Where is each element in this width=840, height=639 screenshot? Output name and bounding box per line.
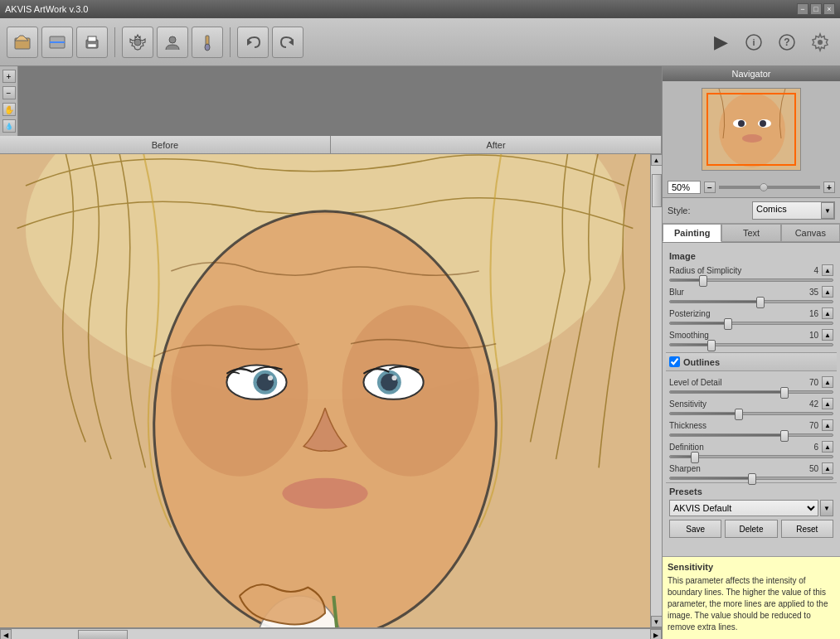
sharpen-label: Sharpen: [669, 464, 795, 473]
h-scroll-track[interactable]: [12, 629, 650, 639]
canvas-content: ▲ ▼: [0, 154, 662, 627]
scroll-up-arrow[interactable]: ▲: [651, 154, 663, 166]
settings-button[interactable]: [122, 27, 153, 58]
image-panel[interactable]: [0, 154, 650, 627]
zoom-plus-button[interactable]: +: [823, 182, 835, 193]
right-panel: Navigator: [662, 66, 840, 639]
sensitivity-slider-row: [666, 411, 837, 418]
info-text: This parameter affects the intensity of …: [668, 575, 835, 633]
undo-button[interactable]: [237, 27, 269, 58]
vertical-scrollbar[interactable]: ▲ ▼: [650, 154, 662, 627]
user-button[interactable]: [157, 27, 188, 58]
presets-actions: Save Delete Reset: [669, 520, 833, 538]
titlebar: AKVIS ArtWork v.3.0 − □ ×: [0, 0, 840, 18]
scroll-down-arrow[interactable]: ▼: [651, 616, 663, 627]
save-preset-button[interactable]: Save: [669, 520, 721, 538]
level-detail-row: Level of Detail 70 ▲: [666, 375, 837, 390]
artwork-display: [0, 154, 650, 627]
open-button[interactable]: [7, 27, 38, 58]
posterizing-slider-track[interactable]: [669, 322, 833, 325]
after-panel-tab[interactable]: After: [331, 136, 662, 153]
smoothing-param-row: Smoothing 10 ▲: [666, 327, 837, 342]
smoothing-slider-track[interactable]: [669, 343, 833, 346]
zoom-out-tool[interactable]: −: [2, 86, 16, 99]
scroll-right-arrow[interactable]: ▶: [650, 629, 662, 639]
definition-slider[interactable]: [669, 455, 833, 458]
eyedrop-tool[interactable]: 💧: [2, 119, 16, 133]
radius-slider-row: [666, 278, 837, 284]
smoothing-value: 10: [799, 331, 818, 340]
tab-painting[interactable]: Painting: [663, 224, 721, 242]
svg-point-17: [818, 40, 823, 45]
delete-preset-button[interactable]: Delete: [725, 520, 777, 538]
smoothing-stepper[interactable]: ▲: [822, 329, 833, 341]
canvas-area: + − ✋ 💧 Before After: [0, 66, 662, 639]
posterizing-stepper[interactable]: ▲: [822, 307, 833, 319]
tab-canvas[interactable]: Canvas: [781, 224, 840, 242]
play-button[interactable]: ▶: [707, 29, 734, 56]
main-area: + − ✋ 💧 Before After: [0, 66, 840, 639]
definition-stepper[interactable]: ▲: [822, 441, 833, 453]
thickness-stepper[interactable]: ▲: [822, 419, 833, 431]
sharpen-slider[interactable]: [669, 477, 833, 480]
scroll-track[interactable]: [651, 166, 663, 616]
presets-dropdown[interactable]: AKVIS Default Custom 1 Custom 2: [669, 500, 818, 516]
svg-marker-1: [15, 36, 28, 41]
left-toolbar: + − ✋ 💧: [0, 66, 18, 136]
outlines-checkbox[interactable]: [669, 356, 680, 367]
scan-button[interactable]: [41, 27, 73, 58]
navigator-header: Navigator: [663, 66, 840, 81]
help-button[interactable]: ?: [774, 29, 800, 56]
svg-rect-5: [88, 36, 96, 41]
radius-stepper[interactable]: ▲: [822, 264, 833, 276]
blur-slider-track[interactable]: [669, 300, 833, 303]
preferences-button[interactable]: [807, 29, 833, 56]
sensitivity-stepper[interactable]: ▲: [822, 398, 833, 409]
window-controls: − □ ×: [797, 3, 835, 15]
sensitivity-label: Sensitivity: [669, 399, 795, 409]
sensitivity-slider[interactable]: [669, 412, 833, 415]
radius-slider-track[interactable]: [669, 278, 833, 282]
hand-tool[interactable]: ✋: [2, 103, 16, 116]
scroll-left-arrow[interactable]: ◀: [0, 629, 12, 639]
definition-slider-row: [666, 454, 837, 461]
h-scroll-thumb[interactable]: [78, 630, 128, 639]
posterizing-label: Posterizing: [669, 309, 795, 318]
radius-label: Radius of Simplicity: [669, 266, 795, 275]
definition-value: 6: [799, 443, 818, 452]
zoom-minus-button[interactable]: −: [704, 182, 716, 193]
horizontal-scrollbar[interactable]: ◀ ▶: [0, 628, 662, 639]
minimize-button[interactable]: −: [797, 3, 808, 15]
svg-rect-6: [88, 44, 96, 47]
sharpen-stepper[interactable]: ▲: [822, 462, 833, 474]
print-button[interactable]: [76, 27, 108, 58]
svg-point-10: [205, 44, 210, 51]
redo-button[interactable]: [272, 27, 303, 58]
thickness-slider[interactable]: [669, 433, 833, 437]
zoom-slider-thumb[interactable]: [760, 183, 768, 191]
close-button[interactable]: ×: [823, 3, 835, 15]
level-detail-slider[interactable]: [669, 390, 833, 394]
style-dropdown-arrow[interactable]: ▼: [821, 202, 834, 219]
reset-preset-button[interactable]: Reset: [781, 520, 833, 538]
blur-stepper[interactable]: ▲: [822, 286, 833, 298]
scroll-thumb[interactable]: [652, 174, 662, 207]
svg-point-26: [268, 375, 273, 380]
radius-param-row: Radius of Simplicity 4 ▲: [666, 263, 837, 278]
nav-viewport-rect[interactable]: [706, 93, 796, 166]
maximize-button[interactable]: □: [810, 3, 822, 15]
image-section-header: Image: [666, 249, 837, 263]
navigator-section: Navigator: [663, 66, 840, 198]
svg-text:i: i: [752, 37, 755, 47]
level-detail-stepper[interactable]: ▲: [822, 376, 833, 388]
before-panel-tab[interactable]: Before: [0, 136, 331, 153]
zoom-in-tool[interactable]: +: [2, 70, 16, 83]
zoom-slider[interactable]: [719, 186, 820, 189]
info-button[interactable]: i: [740, 29, 767, 56]
style-value: Comics: [753, 202, 821, 219]
toolbar: ▶ i ?: [0, 18, 840, 66]
presets-dropdown-arrow[interactable]: ▼: [820, 500, 833, 516]
navigator-thumbnail[interactable]: [702, 88, 801, 171]
brush-button[interactable]: [192, 27, 223, 58]
tab-text[interactable]: Text: [721, 224, 780, 242]
